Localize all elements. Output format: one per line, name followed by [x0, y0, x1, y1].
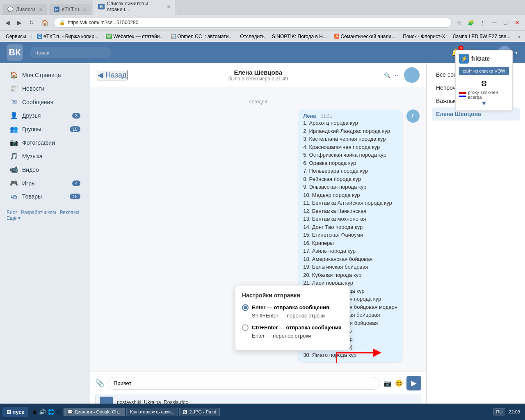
sidebar-item-photos[interactable]: 📷 Фотографии [7, 136, 84, 149]
lang-btn[interactable]: RU [493, 408, 506, 415]
taskbar-clock: 22:09 [509, 409, 520, 414]
send-button[interactable]: ▶ [406, 376, 421, 390]
music-nav-icon: 🎵 [10, 152, 18, 160]
opt2-line1: Ctrl+Enter — отправка сообщения [252, 324, 342, 331]
contact-avatar [404, 67, 420, 83]
taskbar-dialogi-icon: 💬 [67, 409, 73, 415]
tab-vk-close[interactable]: ✕ [167, 5, 170, 9]
address-bar[interactable]: 🔒 https://vk.com/im?sel=51500280 [54, 18, 452, 27]
bookmark-webartex[interactable]: W Webartex — статейн... [103, 33, 166, 40]
maximize-btn[interactable]: □ [502, 18, 509, 27]
games-icon: 🎮 [10, 179, 18, 187]
tab-etxt-close[interactable]: ✕ [83, 7, 87, 12]
footer-dev[interactable]: Разработчикам [21, 210, 56, 215]
back-button[interactable]: ◀ Назад [97, 70, 128, 80]
start-button[interactable]: ⊞ пуск [2, 407, 28, 417]
sidebar-item-video[interactable]: 📹 Видео [7, 163, 84, 176]
games-badge: 4 [72, 180, 80, 186]
url-display: https://vk.com/im?sel=51500280 [68, 20, 138, 25]
send-option-2[interactable]: Ctrl+Enter — отправка сообщения Enter — … [242, 324, 343, 340]
message-text-input[interactable] [107, 377, 380, 390]
popup-opt2-text: Ctrl+Enter — отправка сообщения Enter — … [252, 324, 342, 340]
tab-etxt[interactable]: E eTXT.ru ✕ [49, 4, 91, 15]
tab-vk-favicon: В [98, 4, 105, 9]
bookmark-florist-label: Поиск - Флорист-Х [403, 34, 445, 39]
sidebar-item-messages-label: Сообщения [22, 99, 53, 105]
bookmark-obmen[interactable]: 🔄 Obmen.CC :: автомати... [169, 33, 235, 40]
svg-marker-1 [373, 349, 381, 357]
vk-search-container [30, 47, 112, 58]
bookmark-etxt[interactable]: E eTXT.ru - Биржа копир... [34, 33, 101, 40]
sidebar-item-games[interactable]: 🎮 Игры 4 [7, 176, 84, 190]
message-header: ◀ Назад Елена Шевцова была в сети вчера … [90, 63, 426, 87]
frigate-gear-icon: ⚙ [481, 80, 487, 88]
sidebar-item-mypage[interactable]: 🏠 Моя Страница [7, 68, 84, 82]
popup-title: Настройки отправки [242, 292, 343, 299]
sidebar-item-groups-label: Группы [22, 126, 41, 132]
reload-btn[interactable]: ↻ [27, 18, 36, 27]
forward-btn[interactable]: ▶ [15, 18, 24, 27]
contact-info: Елена Шевцова была в сети вчера в 21:49 [132, 69, 384, 82]
back-btn[interactable]: ◀ [3, 18, 12, 27]
footer-blog[interactable]: Блог [7, 210, 17, 215]
frigate-vow-btn[interactable]: сайт из списка VOW [459, 67, 509, 75]
right-menu-elena-label: Елена Шевцова [436, 111, 481, 117]
camera-btn[interactable]: 📷 [383, 379, 392, 387]
sidebar-item-market[interactable]: 🛍 Товары 18 [7, 190, 84, 203]
taskbar-running-items: 💬 Диалоги - Google Ch... Как отправить а… [64, 408, 491, 416]
taskbar-paint-icon: 🖼 [183, 409, 187, 414]
sidebar-item-friends[interactable]: 👤 Друзья 3 [7, 109, 84, 122]
taskbar-item-dialogi[interactable]: 💬 Диалоги - Google Ch... [64, 408, 125, 416]
sidebar-item-news[interactable]: 📰 Новости [7, 82, 84, 95]
more-options-btn[interactable]: ⋯ [395, 72, 400, 78]
new-tab-btn[interactable]: + [177, 7, 185, 15]
taskbar-dialogi-label: Диалоги - Google Ch... [75, 409, 121, 414]
vk-logo[interactable]: ВК [7, 44, 23, 61]
tab-dialogi-favicon: 💬 [7, 7, 14, 12]
taskbar-item-arkhiv[interactable]: Как отправить архи... [126, 408, 178, 416]
bookmark-star-btn[interactable]: ☆ [455, 18, 464, 27]
taskbar-item-paint[interactable]: 🖼 2.JPG - Paint [179, 408, 219, 416]
minimize-btn[interactable]: ─ [491, 18, 499, 27]
send-option-1[interactable]: Enter — отправка сообщения Shift+Enter —… [242, 304, 343, 320]
sidebar-item-messages[interactable]: ✉ Сообщения [7, 95, 84, 109]
tab-etxt-label: eTXT.ru [62, 7, 79, 12]
search-in-chat-btn[interactable]: 🔍 [384, 72, 390, 78]
bookmarks-bar: Сервисы | E eTXT.ru - Биржа копир... W W… [0, 30, 525, 42]
bookmark-otsledit[interactable]: Отследить [237, 33, 267, 40]
news-icon: 📰 [10, 84, 18, 92]
frigate-arrow-btn[interactable]: ▼ [459, 100, 509, 107]
address-bar-row: ◀ ▶ ↻ 🏠 🔒 https://vk.com/im?sel=51500280… [0, 15, 525, 30]
sidebar-item-news-label: Новости [22, 85, 44, 92]
vk-search-input[interactable] [30, 47, 112, 58]
taskbar-arkhiv-label: Как отправить архи... [130, 409, 174, 414]
mypage-icon: 🏠 [10, 71, 18, 79]
sidebar-item-groups[interactable]: 👥 Группы 10 [7, 122, 84, 136]
footer-ads[interactable]: Реклама [60, 210, 80, 215]
bookmark-florist[interactable]: Поиск - Флорист-Х [400, 33, 447, 40]
bookmark-semantic-label: Семантический анали... [340, 34, 395, 39]
tab-dialogi-close[interactable]: ✕ [39, 7, 42, 12]
close-btn[interactable]: ✕ [513, 18, 522, 27]
vk-app: ВК 🔔 8 🎵 Лена Л ▼ 🏠 Моя Страница [0, 42, 525, 420]
emoji-btn[interactable]: 😊 [395, 379, 403, 387]
home-btn[interactable]: 🏠 [39, 18, 50, 27]
footer-more[interactable]: Ещё ▾ [7, 215, 21, 221]
tab-vk[interactable]: В Список лимитов и огранич... ✕ [93, 0, 175, 15]
bookmark-webartex-label: Webartex — статейн... [113, 34, 164, 39]
bookmark-lampa[interactable]: Лампа LED 5W E27 све... [450, 33, 513, 40]
sidebar-item-music[interactable]: 🎵 Музыка [7, 149, 84, 163]
vk-right-sidebar: Все сообщения Непрочитанные Важные сообщ… [427, 63, 525, 420]
settings-btn[interactable]: ⋮ [478, 18, 487, 27]
bookmark-servisy[interactable]: Сервисы [3, 33, 29, 40]
bookmarks-more[interactable]: » [517, 33, 520, 40]
bookmark-semantic[interactable]: A Семантический анали... [332, 33, 398, 40]
groups-icon: 👥 [10, 125, 18, 133]
taskbar-sys-tray: RU 22:09 [493, 408, 523, 415]
taskbar-time-value: 22:09 [509, 409, 520, 414]
bookmark-sinoptik[interactable]: SINOPTIK: Погода в Н... [269, 33, 329, 40]
tab-dialogi[interactable]: 💬 Диалоги ✕ [2, 4, 47, 15]
attach-button[interactable]: 📎 [95, 379, 104, 388]
extensions-btn[interactable]: 🧩 [466, 18, 476, 27]
date-separator: сегодня [97, 99, 420, 105]
